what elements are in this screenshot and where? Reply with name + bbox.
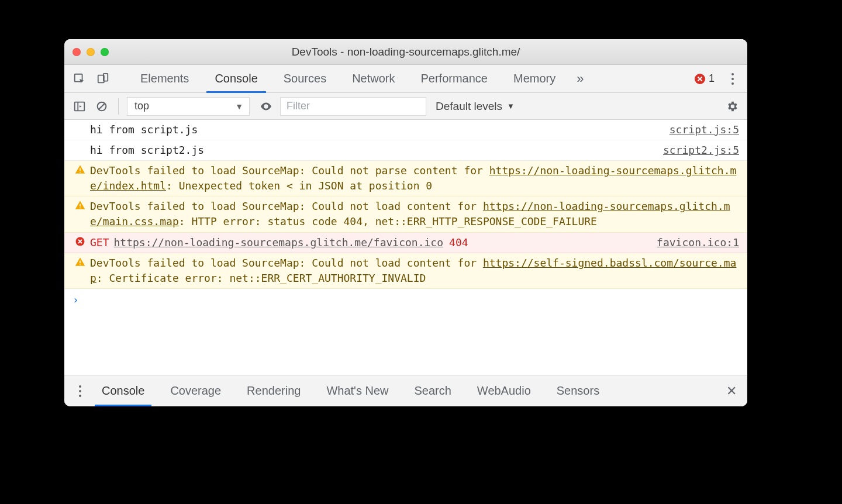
source-link[interactable]: script.js:5 [670,123,739,136]
console-messages: hi from script.jsscript.js:5hi from scri… [64,120,747,375]
message-source: favicon.ico:1 [648,235,739,250]
error-count: 1 [709,73,715,85]
drawer-tab-console[interactable]: Console [89,375,157,406]
drawer-tab-coverage[interactable]: Coverage [157,375,234,406]
device-toolbar-icon[interactable] [94,70,112,88]
drawer-tabstrip: ConsoleCoverageRenderingWhat's NewSearch… [64,375,747,406]
message-body: hi from script.js [90,122,661,137]
message-link[interactable]: https://non-loading-sourcemaps.glitch.me… [90,164,736,192]
source-link[interactable]: favicon.ico:1 [657,236,739,248]
chevron-down-icon: ▼ [507,102,515,111]
drawer-tab-rendering[interactable]: Rendering [234,375,313,406]
warning-icon [70,163,90,175]
console-toolbar: top ▼ Default levels ▼ [64,93,747,120]
svg-rect-9 [80,208,81,209]
tab-memory[interactable]: Memory [501,65,568,92]
tab-elements[interactable]: Elements [127,65,202,92]
message-body: GEThttps://non-loading-sourcemaps.glitch… [90,235,648,250]
svg-rect-8 [80,204,81,207]
tab-sources[interactable]: Sources [271,65,339,92]
message-link[interactable]: https://self-signed.badssl.com/source.ma… [90,257,736,284]
error-count-pill[interactable]: 1 [695,73,715,85]
console-warn-row: DevTools failed to load SourceMap: Could… [64,161,747,196]
svg-rect-11 [80,260,81,263]
execution-context-label: top [134,100,149,112]
inspect-element-icon[interactable] [70,70,89,88]
message-body: DevTools failed to load SourceMap: Could… [90,199,739,229]
message-source: script.js:5 [661,122,739,137]
console-warn-row: DevTools failed to load SourceMap: Could… [64,253,747,289]
window-title: DevTools - non-loading-sourcemaps.glitch… [64,46,747,58]
svg-point-5 [265,105,267,108]
devtools-window: DevTools - non-loading-sourcemaps.glitch… [64,39,747,406]
drawer-tab-sensors[interactable]: Sensors [544,375,612,406]
message-body: hi from script2.js [90,143,655,158]
log-levels-select[interactable]: Default levels ▼ [436,100,515,113]
tab-performance[interactable]: Performance [408,65,501,92]
toggle-sidebar-icon[interactable] [71,98,88,115]
main-tabstrip: ElementsConsoleSourcesNetworkPerformance… [64,65,747,93]
panel-tabs: ElementsConsoleSourcesNetworkPerformance… [127,65,568,92]
log-gutter [70,143,90,144]
console-warn-row: DevTools failed to load SourceMap: Could… [64,196,747,232]
svg-rect-7 [80,172,81,173]
warning-icon [70,256,90,267]
log-gutter [70,122,90,123]
drawer-close-button[interactable]: ✕ [723,384,740,399]
log-levels-label: Default levels [436,100,502,113]
clear-console-icon[interactable] [94,98,110,115]
message-body: DevTools failed to load SourceMap: Could… [90,256,739,286]
settings-menu-button[interactable] [725,73,740,85]
filter-input[interactable] [280,97,426,116]
drawer-tab-what-s-new[interactable]: What's New [313,375,401,406]
tabs-overflow-button[interactable]: » [573,71,587,87]
message-source: script2.js:5 [655,143,739,158]
error-icon [695,74,705,84]
live-expression-icon[interactable] [258,98,274,115]
source-link[interactable]: script2.js:5 [663,144,739,156]
console-settings-icon[interactable] [724,98,740,115]
tab-network[interactable]: Network [339,65,408,92]
http-method: GET [90,236,109,248]
console-error-row: GEThttps://non-loading-sourcemaps.glitch… [64,233,747,253]
toolbar-divider [118,98,119,115]
request-url-link[interactable]: https://non-loading-sourcemaps.glitch.me… [114,236,444,248]
drawer-tab-webaudio[interactable]: WebAudio [464,375,544,406]
drawer-menu-button[interactable] [71,385,89,397]
console-log-row: hi from script2.jsscript2.js:5 [64,140,747,161]
console-prompt[interactable]: › [64,289,747,329]
message-link[interactable]: https://non-loading-sourcemaps.glitch.me… [90,200,730,227]
svg-rect-12 [80,264,81,265]
titlebar: DevTools - non-loading-sourcemaps.glitch… [64,39,747,65]
error-icon [70,235,90,247]
message-body: DevTools failed to load SourceMap: Could… [90,163,739,194]
tab-console[interactable]: Console [202,65,270,92]
chevron-down-icon: ▼ [235,102,243,111]
drawer-tab-search[interactable]: Search [401,375,464,406]
svg-rect-6 [80,168,81,171]
warning-icon [70,199,90,210]
execution-context-select[interactable]: top ▼ [127,97,250,116]
console-log-row: hi from script.jsscript.js:5 [64,120,747,140]
http-status: 404 [449,236,468,248]
